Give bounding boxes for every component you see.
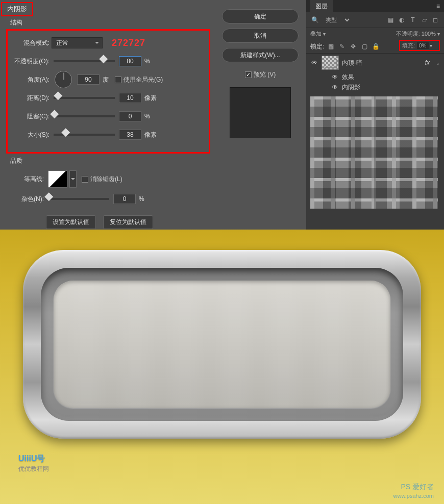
search-icon[interactable]: 🔍: [310, 15, 319, 24]
global-light-label: 使用全局光(G): [124, 75, 163, 84]
filter-smart-icon[interactable]: ◻: [431, 15, 440, 24]
lock-position-icon[interactable]: ✥: [349, 42, 358, 51]
lock-all-icon[interactable]: 🔒: [371, 42, 380, 51]
choke-slider[interactable]: [54, 115, 115, 117]
contour-picker[interactable]: [48, 170, 67, 188]
lock-label: 锁定:: [310, 42, 324, 51]
preview-swatch: [230, 87, 291, 138]
distance-label: 距离(D):: [12, 94, 52, 103]
set-default-button[interactable]: 设置为默认值: [46, 215, 96, 229]
choke-unit: %: [144, 113, 150, 120]
panel-opacity-label: 不透明度:: [396, 31, 420, 37]
opacity-slider[interactable]: [54, 60, 115, 62]
noise-input[interactable]: [113, 194, 136, 204]
result-preview: UiiiU号 优优教程网 PS 爱好者 www.psahz.com: [0, 230, 444, 504]
fill-highlight: 填充: 0% ▾: [399, 40, 440, 51]
dialog-actions: 确定 取消 新建样式(W)... 预览 (V): [214, 0, 306, 230]
preview-label: 预览 (V): [254, 70, 276, 79]
opacity-label: 不透明度(O):: [12, 57, 52, 66]
noise-slider[interactable]: [48, 198, 109, 200]
quality-label: 品质: [0, 154, 214, 166]
quality-group: 等高线: 消除锯齿(L) 杂色(N): % 设置为默认值 复位为默认值: [0, 166, 214, 233]
lock-pixels-icon[interactable]: ▩: [326, 42, 335, 51]
fx-badge[interactable]: fx: [425, 59, 430, 66]
watermark-left-sub: 优优教程网: [18, 465, 49, 473]
angle-label: 角度(A):: [12, 75, 52, 84]
filter-type-dropdown[interactable]: 类型: [322, 15, 351, 24]
effect-tab[interactable]: 内阴影: [1, 2, 33, 16]
effects-row[interactable]: 👁 效果: [306, 72, 444, 82]
angle-input[interactable]: [77, 74, 100, 85]
blend-mode-label: 混合模式:: [12, 39, 52, 47]
cancel-button[interactable]: 取消: [222, 29, 299, 43]
layer-row[interactable]: 👁 内顶-暗 fx ⌄: [306, 54, 444, 72]
structure-label: 结构: [0, 16, 214, 28]
filter-pixel-icon[interactable]: ▦: [386, 15, 395, 24]
contour-dropdown-button[interactable]: [69, 170, 77, 188]
filter-type-icon[interactable]: T: [408, 15, 417, 24]
reset-default-button[interactable]: 复位为默认值: [103, 215, 153, 229]
filter-shape-icon[interactable]: ▱: [420, 15, 429, 24]
metal-button-outer: [23, 250, 421, 439]
antialias-label: 消除锯齿(L): [90, 175, 122, 184]
color-code-annotation: 272727: [112, 38, 145, 48]
panel-menu-icon[interactable]: ≡: [436, 3, 440, 10]
size-unit: 像素: [144, 131, 157, 139]
effects-label: 效果: [342, 73, 354, 82]
choke-label: 阻塞(C):: [12, 112, 52, 121]
structure-group: 混合模式: 正常 272727 不透明度(O): % 角度(A): 度 使用全局…: [6, 29, 210, 154]
antialias-checkbox[interactable]: [82, 176, 88, 183]
choke-input[interactable]: [119, 111, 141, 121]
layer-style-panel: 内阴影 结构 混合模式: 正常 272727 不透明度(O): % 角度(A):…: [0, 0, 214, 230]
layer-thumbnail[interactable]: [322, 56, 339, 70]
distance-unit: 像素: [144, 94, 157, 103]
metal-button-surface: [54, 281, 390, 408]
fill-label: 填充:: [402, 42, 415, 49]
opacity-input[interactable]: [119, 56, 141, 66]
noise-label: 杂色(N):: [9, 195, 46, 204]
lock-brush-icon[interactable]: ✎: [337, 42, 347, 51]
panel-opacity-value[interactable]: 100%: [422, 31, 436, 37]
visibility-icon[interactable]: 👁: [331, 83, 339, 91]
distance-input[interactable]: [119, 93, 141, 103]
size-slider[interactable]: [54, 134, 115, 136]
watermark-right-sub: www.psahz.com: [393, 493, 434, 499]
lock-artboard-icon[interactable]: ▢: [360, 42, 369, 51]
inner-shadow-effect-row[interactable]: 👁 内阴影: [306, 82, 444, 92]
angle-unit: 度: [103, 75, 109, 84]
layers-panel: 图层 ≡ 🔍 类型 ▦ ◐ T ▱ ◻ 叠加 ▾ 不透明度: 100% ▾ 锁定…: [306, 0, 444, 230]
contour-label: 等高线:: [9, 175, 46, 184]
new-style-button[interactable]: 新建样式(W)...: [222, 48, 299, 62]
fx-chevron-icon[interactable]: ⌄: [436, 60, 440, 66]
visibility-icon[interactable]: 👁: [310, 59, 318, 67]
blend-mode-value: 正常: [56, 39, 68, 47]
distance-slider[interactable]: [54, 97, 115, 99]
visibility-icon[interactable]: 👁: [331, 73, 339, 81]
fill-value[interactable]: 0%: [417, 42, 428, 49]
blurred-layers-area: [310, 96, 438, 209]
size-label: 大小(S):: [12, 131, 52, 139]
layer-blend-dropdown[interactable]: 叠加 ▾: [310, 30, 326, 38]
blend-mode-dropdown[interactable]: 正常: [52, 37, 103, 48]
ok-button[interactable]: 确定: [222, 9, 299, 23]
opacity-unit: %: [144, 58, 150, 65]
angle-dial[interactable]: [55, 71, 72, 88]
size-input[interactable]: [119, 130, 141, 140]
layer-name: 内顶-暗: [342, 59, 362, 67]
inner-shadow-label: 内阴影: [342, 83, 360, 92]
watermark-left: UiiiU号: [18, 453, 45, 464]
filter-adjust-icon[interactable]: ◐: [397, 15, 406, 24]
noise-unit: %: [139, 195, 144, 203]
global-light-checkbox[interactable]: [115, 77, 121, 83]
preview-checkbox[interactable]: [245, 71, 252, 78]
layers-tab[interactable]: 图层: [310, 0, 333, 13]
metal-button-inner: [41, 268, 403, 421]
watermark-right: PS 爱好者: [401, 483, 434, 492]
